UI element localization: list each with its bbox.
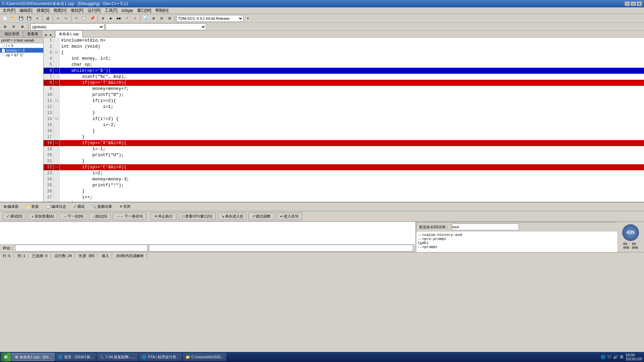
- start-button[interactable]: ⊞: [1, 353, 11, 361]
- tree-item-1[interactable]: 📄money = -3: [0, 48, 43, 53]
- code-line-17[interactable]: 17 }: [44, 134, 644, 140]
- code-line-13[interactable]: 13 }: [44, 110, 644, 116]
- tb-save[interactable]: 💾: [17, 15, 25, 22]
- debug-btn-4[interactable]: →→下一条语句: [113, 213, 147, 220]
- panel-prev[interactable]: ◀: [43, 33, 48, 37]
- tb-open[interactable]: 📂: [9, 15, 17, 22]
- code-line-14[interactable]: 14□ if(i!=2) {: [44, 116, 644, 122]
- code-line-6[interactable]: 6□ while(op!='$'){: [44, 68, 644, 74]
- tab-class-view[interactable]: 查看类: [23, 31, 42, 37]
- code-line-25[interactable]: 25 printf("!");: [44, 182, 644, 188]
- menu-item-H[interactable]: 帮助[H]: [153, 7, 170, 14]
- menu-item-E[interactable]: 编辑[E]: [17, 7, 35, 14]
- tb-stop[interactable]: ✕: [131, 15, 139, 22]
- debug-btn-8[interactable]: ↗跳过函数: [249, 213, 274, 220]
- code-line-3[interactable]: 3□{: [44, 50, 644, 56]
- debug-btn-3[interactable]: ↓跳出[S]: [89, 213, 111, 220]
- taskbar-item-0[interactable]: 🖥未命名1.cpp - [De...: [11, 353, 55, 361]
- debug-btn-5[interactable]: ✕停止执行: [151, 213, 176, 220]
- db-btn2[interactable]: ⊟: [10, 23, 17, 31]
- tb-paste[interactable]: 📌: [89, 15, 96, 22]
- minimize-button[interactable]: ─: [625, 1, 630, 6]
- bottom-tab-5[interactable]: ✕关闭: [117, 203, 133, 210]
- eval-input[interactable]: [15, 245, 148, 251]
- tb-check[interactable]: ✓: [123, 15, 131, 22]
- scope-select[interactable]: (globals): [31, 23, 104, 30]
- code-line-27[interactable]: 27 i++;: [44, 194, 644, 200]
- code-line-10[interactable]: 10 printf("D");: [44, 92, 644, 98]
- panel-next[interactable]: ▶: [49, 33, 53, 37]
- tb-cut[interactable]: ✂: [73, 15, 80, 22]
- code-line-1[interactable]: 1#include<stdio.h>: [44, 38, 644, 44]
- bottom-tab-3[interactable]: ✓调试: [71, 203, 87, 210]
- code-line-22[interactable]: 22□ if(op=='C'&&i>0){: [44, 164, 644, 170]
- code-line-11[interactable]: 11□ if(i==2){: [44, 98, 644, 104]
- db-btn1[interactable]: ⊞: [1, 23, 9, 31]
- tb-grid[interactable]: ⊞: [150, 15, 157, 22]
- menu-item-AStyle[interactable]: AStyle: [119, 8, 135, 14]
- tb-dropdown[interactable]: ▾: [244, 15, 252, 22]
- tb-print[interactable]: 🖨: [44, 15, 51, 22]
- tb-new[interactable]: 📄: [1, 15, 9, 22]
- code-line-18[interactable]: 18□ if(op=='X'&&i>0){: [44, 140, 644, 146]
- menu-item-W[interactable]: 窗口[W]: [135, 7, 153, 14]
- code-line-23[interactable]: 23 i=2;: [44, 170, 644, 176]
- code-line-20[interactable]: 20 printf("U");: [44, 152, 644, 158]
- tb-chart[interactable]: 📊: [142, 15, 149, 22]
- taskbar-item-2[interactable]: 📎7-34 抓老鼠啊-......: [97, 353, 139, 361]
- code-line-8[interactable]: 8□ if(op=='T'&&i>0){: [44, 80, 644, 86]
- code-line-4[interactable]: 4 int money, i=1;: [44, 56, 644, 62]
- tb-grid3[interactable]: ⊠: [166, 15, 173, 22]
- code-editor[interactable]: 1#include<stdio.h>2int main (void)3□{4 i…: [44, 38, 644, 202]
- tb-compilrun[interactable]: ▶▶: [115, 15, 123, 22]
- gdb-command-input[interactable]: [452, 224, 519, 230]
- bottom-tab-4[interactable]: 🔍搜索结果: [90, 203, 114, 210]
- tb-close[interactable]: ✕: [34, 15, 41, 22]
- debug-btn-2[interactable]: →下一步[N]: [59, 213, 87, 220]
- tab-project-manager[interactable]: 项目管理: [1, 31, 23, 37]
- code-line-2[interactable]: 2int main (void): [44, 44, 644, 50]
- menu-item-V[interactable]: 视图[V]: [51, 7, 68, 14]
- tb-run[interactable]: ▶: [107, 15, 115, 22]
- tree-item-0[interactable]: 📄i = 3: [0, 43, 43, 48]
- code-line-24[interactable]: 24 money=money-3;: [44, 176, 644, 182]
- maximize-button[interactable]: □: [631, 1, 636, 6]
- code-line-7[interactable]: 7 scanf("%c", &op);: [44, 74, 644, 80]
- tb-undo[interactable]: ↩: [54, 15, 62, 22]
- code-line-26[interactable]: 26 }: [44, 188, 644, 194]
- code-line-16[interactable]: 16 }: [44, 128, 644, 134]
- tree-item-2[interactable]: 📄op = 67 'C': [0, 53, 43, 57]
- code-line-9[interactable]: 9 money=money+7;: [44, 86, 644, 92]
- debug-btn-0[interactable]: ✓调试[D]: [3, 213, 26, 220]
- tb-redo[interactable]: ↪: [62, 15, 70, 22]
- taskbar-item-3[interactable]: 🌐PTA | 程序设计类...: [139, 353, 182, 361]
- debug-btn-1[interactable]: +添加查看[A]: [28, 213, 57, 220]
- taskbar-item-4[interactable]: 📁C:\Users\ASUS\D...: [183, 353, 226, 361]
- code-line-5[interactable]: 5 char op;: [44, 62, 644, 68]
- taskbar-item-1[interactable]: 🌐首页 - 2018计算...: [55, 353, 96, 361]
- code-line-21[interactable]: 21 }: [44, 158, 644, 164]
- tb-grid2[interactable]: ⊟: [158, 15, 165, 22]
- tb-compile[interactable]: ⚙: [99, 15, 107, 22]
- bottom-tab-0[interactable]: ⊞编译器: [1, 203, 21, 210]
- file-tab[interactable]: 未命名1.cpp: [55, 31, 83, 38]
- db-btn3[interactable]: ⊠: [19, 23, 26, 31]
- menu-item-F[interactable]: 文件[F]: [1, 7, 17, 14]
- debug-btn-9[interactable]: ↩进入语句: [276, 213, 302, 220]
- bottom-tab-1[interactable]: 📁资源: [23, 203, 41, 210]
- code-line-28[interactable]: 28 }: [44, 200, 644, 202]
- close-button[interactable]: ✕: [637, 1, 642, 6]
- code-line-12[interactable]: 12 i=1;: [44, 104, 644, 110]
- menu-item-S[interactable]: 搜索[S]: [35, 7, 52, 14]
- debug-btn-6[interactable]: □查看CPU窗口[V]: [178, 213, 216, 220]
- bottom-tab-2[interactable]: 📋编译日志: [44, 203, 68, 210]
- menu-item-T[interactable]: 工具[T]: [103, 7, 119, 14]
- code-line-15[interactable]: 15 i=-2;: [44, 122, 644, 128]
- tb-copy[interactable]: 📋: [81, 15, 88, 22]
- menu-item-P[interactable]: 项目[P]: [68, 7, 86, 14]
- compiler-select[interactable]: TDM-GCC 4.9.2 64-bit Release: [176, 15, 244, 22]
- menu-item-R[interactable]: 运行[R]: [86, 7, 103, 14]
- code-line-19[interactable]: 19 i=-1;: [44, 146, 644, 152]
- tb-saveall[interactable]: 💾: [25, 15, 33, 22]
- debug-btn-7[interactable]: ↘单步进入[I]: [218, 213, 247, 220]
